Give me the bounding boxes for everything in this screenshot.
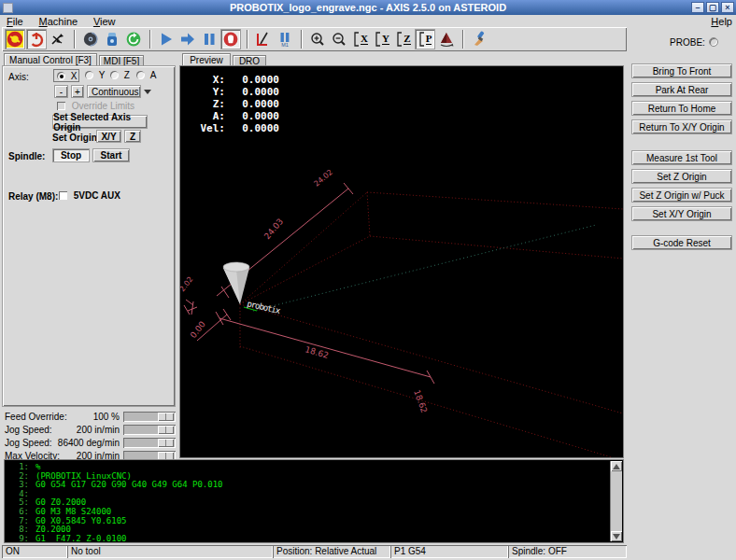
zoom-out-button[interactable] bbox=[329, 29, 349, 49]
maximize-button[interactable]: ▢ bbox=[706, 2, 719, 13]
probe-led-icon bbox=[709, 37, 718, 47]
view-y-label: Y bbox=[382, 34, 389, 45]
spindle-stop-button[interactable]: Stop bbox=[52, 148, 90, 162]
skip-lines-icon bbox=[255, 31, 272, 48]
gcode-line-text: G0 G54 G17 G20 G90 G40 G49 G64 P0.010 bbox=[35, 480, 222, 489]
tab-preview[interactable]: Preview bbox=[182, 53, 231, 66]
toolbar-separator bbox=[74, 30, 76, 49]
set-xy-origin-button[interactable]: Set X/Y Origin bbox=[631, 206, 732, 221]
checkbox-icon bbox=[57, 102, 65, 110]
scroll-up-arrow[interactable] bbox=[611, 461, 622, 471]
view-y-button[interactable]: Y bbox=[372, 29, 392, 49]
pause-button[interactable] bbox=[199, 29, 219, 49]
gcode-scrollbar[interactable] bbox=[610, 461, 622, 541]
jog-mode-button[interactable] bbox=[48, 29, 68, 49]
triangle-down-icon bbox=[613, 534, 620, 539]
slider-thumb[interactable] bbox=[158, 439, 174, 447]
return-to-home-button[interactable]: Return To Home bbox=[631, 101, 732, 116]
scroll-down-arrow[interactable] bbox=[611, 531, 622, 541]
open-file-button[interactable] bbox=[80, 29, 101, 49]
step-arrow-icon bbox=[179, 31, 196, 48]
reload-tooltable-button[interactable] bbox=[102, 29, 122, 49]
tab-manual-control[interactable]: Manual Control [F3] bbox=[4, 53, 97, 66]
skip-lines-button[interactable] bbox=[253, 29, 274, 49]
minimize-button[interactable]: – bbox=[691, 2, 704, 13]
close-button[interactable]: × bbox=[721, 2, 734, 13]
rotate-view-button[interactable] bbox=[436, 29, 457, 49]
spindle-start-button[interactable]: Start bbox=[92, 148, 130, 162]
gcode-line-number: 9: bbox=[7, 535, 29, 542]
toolbar-separator bbox=[149, 30, 151, 49]
menu-help[interactable]: Help bbox=[711, 16, 732, 27]
jog-speed-value: 200 in/min bbox=[56, 425, 120, 435]
slider-thumb[interactable] bbox=[158, 452, 174, 460]
set-selected-axis-origin-button[interactable]: Set Selected Axis Origin bbox=[52, 115, 148, 129]
pause-icon bbox=[201, 31, 218, 48]
reload-file-button[interactable] bbox=[123, 29, 144, 49]
axis-radio-z[interactable]: Z bbox=[110, 70, 130, 80]
set-origin-xy-button[interactable]: X/Y bbox=[96, 130, 121, 143]
jog-mode-dropdown[interactable]: Continuous bbox=[87, 85, 141, 98]
view-z-label: Z bbox=[403, 34, 410, 45]
slider-thumb[interactable] bbox=[158, 426, 174, 434]
gcode-line-text: % bbox=[35, 462, 40, 471]
step-button[interactable] bbox=[177, 29, 198, 49]
jog-minus-button[interactable]: - bbox=[54, 85, 68, 98]
status-tool: No tool bbox=[67, 545, 273, 558]
bring-to-front-button[interactable]: Bring To Front bbox=[631, 63, 732, 78]
view-x-button[interactable]: X bbox=[350, 29, 371, 49]
gcode-reset-button[interactable]: G-code Reset bbox=[631, 235, 732, 250]
gcode-line-text: G0 Z0.2000 bbox=[35, 497, 86, 507]
jog-minus-label: - bbox=[60, 87, 63, 97]
return-to-xy-origin-button[interactable]: Return To X/Y Origin bbox=[631, 119, 732, 134]
slider-thumb[interactable] bbox=[158, 413, 174, 421]
checkbox-icon bbox=[59, 191, 67, 200]
override-limits-checkbox[interactable]: Override Limits bbox=[57, 101, 134, 111]
set-z-origin-label: Set Z Origin bbox=[657, 172, 706, 182]
estop-button[interactable] bbox=[5, 29, 25, 49]
clear-plot-button[interactable] bbox=[469, 29, 489, 49]
jog-speed-deg-label: Jog Speed: bbox=[5, 438, 52, 448]
tab-dro[interactable]: DRO bbox=[233, 55, 266, 66]
power-icon bbox=[28, 31, 45, 48]
view-z-button[interactable]: Z bbox=[393, 29, 414, 49]
menu-view[interactable]: View bbox=[87, 15, 122, 27]
axis-radio-x[interactable]: X bbox=[53, 69, 79, 82]
bracket-icon bbox=[375, 32, 381, 47]
set-z-origin-button[interactable]: Set Z Origin bbox=[631, 169, 732, 184]
gcode-listing[interactable]: 1:% 2:(PROBOTIX LinuxCNC) 3:G0 G54 G17 G… bbox=[5, 460, 623, 542]
axis-radio-y[interactable]: Y bbox=[85, 70, 105, 80]
set-origin-z-button[interactable]: Z bbox=[124, 130, 141, 143]
title-bar[interactable]: PROBOTIX_logo_engrave.ngc - AXIS 2.5.0 o… bbox=[0, 0, 736, 15]
spindle-stop-label: Stop bbox=[61, 150, 81, 161]
set-origin-xy-label: X/Y bbox=[101, 132, 116, 142]
reload-icon bbox=[125, 31, 142, 48]
tab-manual-control-label: Manual Control [F3] bbox=[9, 55, 92, 65]
view-p-button[interactable]: P bbox=[415, 29, 435, 49]
axis-radio-a[interactable]: A bbox=[136, 70, 156, 80]
menu-bar: File Machine View Help bbox=[0, 15, 736, 27]
jog-speed-deg-slider[interactable] bbox=[123, 438, 176, 448]
menu-file[interactable]: File bbox=[0, 15, 30, 27]
radio-selected-icon bbox=[57, 72, 65, 80]
relay-checkbox[interactable]: 5VDC AUX bbox=[59, 190, 120, 201]
optional-pause-button[interactable]: M1 bbox=[275, 29, 295, 49]
feed-override-slider[interactable] bbox=[123, 412, 176, 422]
stop-button[interactable] bbox=[220, 29, 241, 49]
dimension-labels: 24.02 24.03 18.62 18.62 2.02 0.00 bbox=[180, 168, 429, 414]
zoom-in-button[interactable] bbox=[307, 29, 328, 49]
set-z-origin-w-puck-button[interactable]: Set Z Origin w/ Puck bbox=[631, 188, 732, 203]
set-z-origin-w-puck-label: Set Z Origin w/ Puck bbox=[639, 190, 724, 201]
measure-1st-tool-button[interactable]: Measure 1st Tool bbox=[631, 150, 732, 165]
gcode-line: 9:G1 F47.2 Z-0.0100 bbox=[7, 535, 623, 542]
machine-power-button[interactable] bbox=[26, 29, 47, 49]
jog-speed-slider[interactable] bbox=[123, 425, 176, 435]
park-at-rear-button[interactable]: Park At Rear bbox=[631, 82, 732, 97]
run-button[interactable] bbox=[156, 29, 177, 49]
toolbar-separator bbox=[462, 30, 464, 49]
preview-canvas[interactable]: X:0.0000 Y:0.0000 Z:0.0000 A:0.0000 Vel:… bbox=[180, 66, 623, 457]
jog-plus-button[interactable]: + bbox=[71, 85, 84, 98]
dim-z-label: 2.02 bbox=[180, 275, 195, 294]
menu-machine[interactable]: Machine bbox=[33, 15, 85, 27]
axis-label: Axis: bbox=[8, 72, 29, 82]
